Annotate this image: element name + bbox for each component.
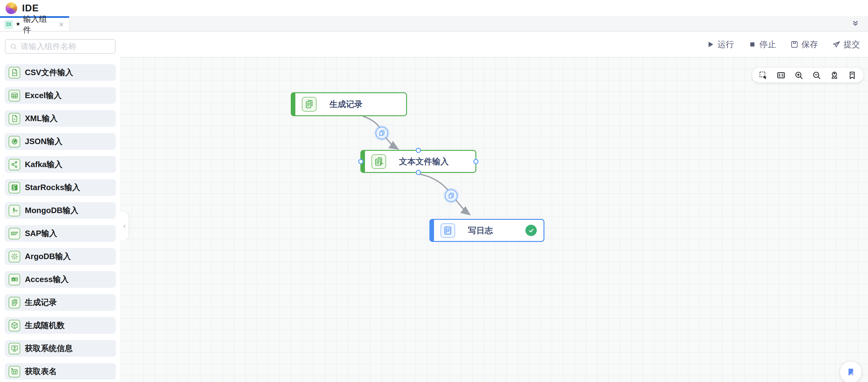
excel-icon: [10, 91, 19, 100]
excel-icon-box: [8, 90, 20, 101]
component-item-label: JSON输入: [25, 136, 63, 147]
component-item-label: ArgoDB输入: [25, 251, 71, 262]
flow-node[interactable]: 生成记录: [291, 92, 407, 116]
table-name-icon-box: [8, 366, 20, 377]
action-bar: 运行停止保存提交: [121, 32, 868, 57]
component-item-label: Kafka输入: [25, 159, 63, 170]
csv-file-icon-box: [8, 67, 20, 78]
component-item[interactable]: MongoDB输入: [5, 202, 116, 219]
port-top[interactable]: [416, 148, 421, 153]
success-status-badge: [525, 225, 537, 236]
component-item[interactable]: Access输入: [5, 271, 116, 288]
xml-file-icon: [10, 114, 19, 123]
bookmark-tool-button[interactable]: [847, 70, 857, 80]
action-label: 停止: [760, 39, 776, 50]
component-item[interactable]: Excel输入: [5, 87, 116, 104]
zoom-out-button[interactable]: [812, 70, 822, 80]
component-item[interactable]: ArgoDB输入: [5, 248, 116, 264]
flow-node[interactable]: 写日志: [429, 219, 545, 242]
zoom-in-button[interactable]: [794, 70, 804, 80]
app-header: IDE: [0, 0, 868, 16]
stop-icon: [748, 40, 757, 49]
write-log-icon: [442, 225, 453, 236]
access-icon-box: [8, 274, 20, 285]
sap-icon-box: [8, 228, 20, 240]
node-accent-bar: [429, 219, 434, 242]
zoom-reset-1to1-button[interactable]: [776, 70, 786, 80]
component-item[interactable]: JSON输入: [5, 133, 116, 150]
starrocks-icon-box: [8, 182, 20, 193]
component-item-label: SAP输入: [25, 228, 57, 239]
app-logo: [5, 2, 17, 14]
component-list: CSV文件输入Excel输入XML输入JSON输入Kafka输入StarRock…: [0, 64, 121, 380]
flow-node[interactable]: 文本文件输入: [361, 150, 476, 173]
node-icon-box: [440, 223, 455, 238]
edge-copy-badge[interactable]: [445, 189, 458, 202]
flow-canvas[interactable]: 生成记录文本文件输入写日志: [121, 57, 868, 382]
bookmark-fab-button[interactable]: [840, 361, 862, 382]
component-item[interactable]: 获取系统信息: [5, 340, 116, 356]
tab-close-icon[interactable]: [58, 21, 65, 28]
system-info-icon: [10, 344, 19, 353]
workspace: CSV文件输入Excel输入XML输入JSON输入Kafka输入StarRock…: [0, 32, 868, 382]
node-title: 写日志: [468, 225, 493, 236]
starrocks-icon: [10, 183, 19, 192]
component-search[interactable]: [5, 39, 116, 54]
component-item[interactable]: StarRocks输入: [5, 179, 116, 196]
port-bottom[interactable]: [416, 170, 421, 175]
action-label: 提交: [843, 39, 860, 50]
copy-icon: [378, 129, 385, 137]
component-item[interactable]: 生成记录: [5, 294, 116, 311]
stop-button[interactable]: 停止: [748, 39, 776, 50]
save-icon: [790, 40, 799, 49]
bookmark-filled-icon: [845, 367, 856, 378]
edge-copy-badge[interactable]: [375, 127, 388, 139]
search-input[interactable]: [21, 42, 123, 51]
component-item[interactable]: XML输入: [5, 110, 116, 127]
component-item-label: 获取系统信息: [25, 343, 73, 354]
node-icon-box: [371, 154, 386, 169]
tab-bar: DI * 输入组件: [0, 16, 868, 32]
submit-button[interactable]: 提交: [832, 39, 860, 50]
component-item-label: 获取表名: [25, 366, 57, 377]
run-button[interactable]: 运行: [706, 39, 734, 50]
save-button[interactable]: 保存: [790, 39, 818, 50]
locate-icon: [830, 70, 839, 80]
action-label: 保存: [801, 39, 818, 50]
marquee-select-button[interactable]: [758, 70, 768, 80]
component-item-label: XML输入: [25, 113, 58, 124]
port-right[interactable]: [473, 159, 478, 164]
random-number-icon-box: [8, 320, 20, 331]
tab-input-components[interactable]: DI * 输入组件: [0, 16, 69, 31]
double-chevron-down-icon[interactable]: [851, 19, 860, 29]
port-left[interactable]: [358, 159, 364, 164]
component-item[interactable]: 获取表名: [5, 363, 116, 380]
edge[interactable]: [418, 174, 470, 215]
component-item[interactable]: Kafka输入: [5, 156, 116, 172]
component-item-label: StarRocks输入: [25, 182, 80, 193]
locate-button[interactable]: [830, 70, 839, 80]
component-item-label: MongoDB输入: [25, 205, 79, 216]
table-name-icon: [10, 367, 19, 376]
component-item-label: Excel输入: [25, 90, 62, 101]
component-item-label: CSV文件输入: [25, 67, 73, 78]
marquee-select-icon: [758, 70, 768, 80]
generate-records-icon-box: [8, 297, 20, 309]
component-item[interactable]: SAP输入: [5, 225, 116, 242]
mongodb-icon: [10, 206, 19, 215]
access-icon: [10, 275, 19, 284]
sap-icon: [10, 229, 19, 237]
bookmark-outline-icon: [847, 70, 857, 80]
submit-icon: [832, 40, 841, 49]
component-item[interactable]: CSV文件输入: [5, 64, 116, 81]
node-title: 文本文件输入: [399, 156, 449, 167]
sidebar-collapse-handle[interactable]: [121, 212, 128, 241]
app-title: IDE: [22, 3, 39, 14]
canvas-toolbar: [752, 68, 863, 83]
one-to-one-icon: [776, 70, 786, 80]
component-item[interactable]: 生成随机数: [5, 317, 116, 333]
search-icon: [9, 43, 18, 51]
chevron-left-icon: [121, 223, 128, 230]
mongodb-icon-box: [8, 205, 20, 217]
random-number-icon: [10, 321, 19, 329]
